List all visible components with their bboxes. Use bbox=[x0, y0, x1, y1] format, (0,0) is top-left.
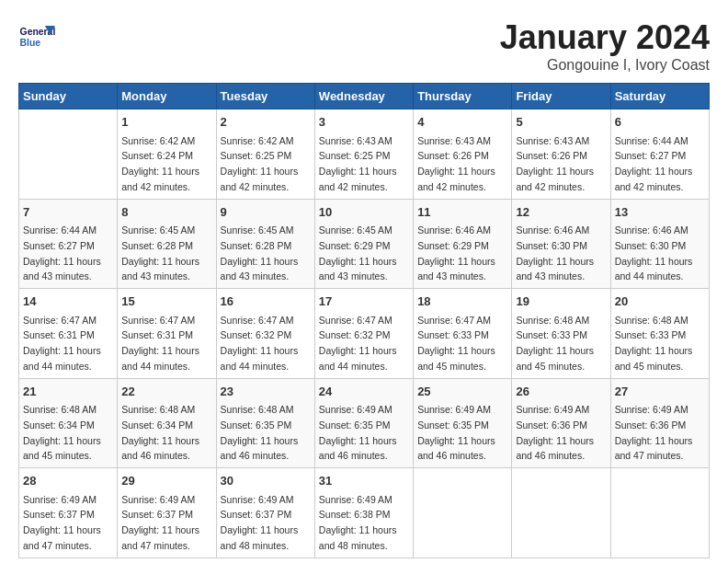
day-info: Sunrise: 6:49 AM Sunset: 6:36 PM Dayligh… bbox=[615, 404, 693, 461]
calendar-cell: 2Sunrise: 6:42 AM Sunset: 6:25 PM Daylig… bbox=[216, 109, 314, 200]
day-number: 4 bbox=[417, 113, 507, 132]
day-number: 23 bbox=[221, 383, 311, 401]
day-header-monday: Monday bbox=[118, 84, 216, 109]
calendar-subtitle: Gongouine I, Ivory Coast bbox=[500, 57, 710, 74]
title-block: January 2024 Gongouine I, Ivory Coast bbox=[500, 18, 710, 74]
day-header-sunday: Sunday bbox=[19, 84, 118, 109]
day-info: Sunrise: 6:47 AM Sunset: 6:31 PM Dayligh… bbox=[23, 315, 101, 372]
calendar-cell bbox=[512, 468, 610, 558]
day-info: Sunrise: 6:49 AM Sunset: 6:37 PM Dayligh… bbox=[23, 494, 101, 551]
day-info: Sunrise: 6:47 AM Sunset: 6:31 PM Dayligh… bbox=[121, 315, 199, 372]
day-number: 24 bbox=[319, 383, 409, 401]
day-number: 7 bbox=[23, 203, 113, 222]
day-number: 16 bbox=[221, 293, 311, 311]
day-info: Sunrise: 6:49 AM Sunset: 6:38 PM Dayligh… bbox=[319, 494, 397, 551]
calendar-cell: 20Sunrise: 6:48 AM Sunset: 6:33 PM Dayli… bbox=[610, 289, 709, 379]
calendar-cell: 4Sunrise: 6:43 AM Sunset: 6:26 PM Daylig… bbox=[414, 109, 512, 200]
day-number: 10 bbox=[319, 203, 409, 222]
day-number: 1 bbox=[121, 113, 211, 132]
calendar-cell: 27Sunrise: 6:49 AM Sunset: 6:36 PM Dayli… bbox=[610, 378, 709, 468]
day-number: 5 bbox=[516, 113, 606, 132]
calendar-week-2: 7Sunrise: 6:44 AM Sunset: 6:27 PM Daylig… bbox=[19, 199, 710, 289]
day-number: 11 bbox=[417, 203, 507, 222]
calendar-cell: 18Sunrise: 6:47 AM Sunset: 6:33 PM Dayli… bbox=[414, 289, 512, 379]
calendar-cell: 19Sunrise: 6:48 AM Sunset: 6:33 PM Dayli… bbox=[512, 289, 610, 379]
day-number: 28 bbox=[23, 472, 113, 490]
day-header-thursday: Thursday bbox=[414, 84, 512, 109]
calendar-cell: 9Sunrise: 6:45 AM Sunset: 6:28 PM Daylig… bbox=[216, 199, 314, 289]
day-number: 31 bbox=[319, 472, 409, 490]
day-number: 9 bbox=[221, 203, 311, 222]
calendar-cell: 10Sunrise: 6:45 AM Sunset: 6:29 PM Dayli… bbox=[314, 199, 413, 289]
calendar-week-3: 14Sunrise: 6:47 AM Sunset: 6:31 PM Dayli… bbox=[19, 289, 710, 379]
calendar-cell: 16Sunrise: 6:47 AM Sunset: 6:32 PM Dayli… bbox=[216, 289, 314, 379]
day-info: Sunrise: 6:47 AM Sunset: 6:32 PM Dayligh… bbox=[319, 315, 397, 372]
day-number: 19 bbox=[516, 293, 606, 311]
calendar-cell: 14Sunrise: 6:47 AM Sunset: 6:31 PM Dayli… bbox=[19, 289, 118, 379]
calendar-cell: 5Sunrise: 6:43 AM Sunset: 6:26 PM Daylig… bbox=[512, 109, 610, 200]
day-info: Sunrise: 6:49 AM Sunset: 6:35 PM Dayligh… bbox=[319, 404, 397, 461]
calendar-cell bbox=[19, 109, 118, 200]
day-number: 20 bbox=[615, 293, 705, 311]
day-info: Sunrise: 6:42 AM Sunset: 6:24 PM Dayligh… bbox=[121, 135, 199, 192]
day-info: Sunrise: 6:43 AM Sunset: 6:26 PM Dayligh… bbox=[516, 135, 594, 192]
day-info: Sunrise: 6:49 AM Sunset: 6:37 PM Dayligh… bbox=[221, 494, 299, 551]
day-number: 15 bbox=[121, 293, 211, 311]
calendar-cell: 25Sunrise: 6:49 AM Sunset: 6:35 PM Dayli… bbox=[414, 378, 512, 468]
page-header: General Blue January 2024 Gongouine I, I… bbox=[18, 18, 710, 74]
day-number: 17 bbox=[319, 293, 409, 311]
day-info: Sunrise: 6:49 AM Sunset: 6:37 PM Dayligh… bbox=[121, 494, 199, 551]
calendar-cell: 7Sunrise: 6:44 AM Sunset: 6:27 PM Daylig… bbox=[19, 199, 118, 289]
day-number: 29 bbox=[121, 472, 211, 490]
day-header-friday: Friday bbox=[512, 84, 610, 109]
day-number: 21 bbox=[23, 383, 113, 401]
calendar-cell bbox=[610, 468, 709, 558]
calendar-cell: 29Sunrise: 6:49 AM Sunset: 6:37 PM Dayli… bbox=[118, 468, 216, 558]
day-number: 27 bbox=[615, 383, 705, 401]
calendar-cell: 11Sunrise: 6:46 AM Sunset: 6:29 PM Dayli… bbox=[414, 199, 512, 289]
calendar-cell: 6Sunrise: 6:44 AM Sunset: 6:27 PM Daylig… bbox=[610, 109, 709, 200]
day-info: Sunrise: 6:45 AM Sunset: 6:28 PM Dayligh… bbox=[221, 224, 299, 282]
logo-icon: General Blue bbox=[18, 18, 55, 55]
day-header-wednesday: Wednesday bbox=[314, 84, 413, 109]
day-number: 12 bbox=[516, 203, 606, 222]
calendar-cell: 23Sunrise: 6:48 AM Sunset: 6:35 PM Dayli… bbox=[216, 378, 314, 468]
calendar-cell: 13Sunrise: 6:46 AM Sunset: 6:30 PM Dayli… bbox=[610, 199, 709, 289]
day-info: Sunrise: 6:48 AM Sunset: 6:33 PM Dayligh… bbox=[615, 315, 693, 372]
calendar-cell: 28Sunrise: 6:49 AM Sunset: 6:37 PM Dayli… bbox=[19, 468, 118, 558]
day-info: Sunrise: 6:48 AM Sunset: 6:34 PM Dayligh… bbox=[23, 404, 101, 461]
day-number: 30 bbox=[221, 472, 311, 490]
day-info: Sunrise: 6:49 AM Sunset: 6:36 PM Dayligh… bbox=[516, 404, 594, 461]
calendar-cell: 24Sunrise: 6:49 AM Sunset: 6:35 PM Dayli… bbox=[314, 378, 413, 468]
day-info: Sunrise: 6:43 AM Sunset: 6:25 PM Dayligh… bbox=[319, 135, 397, 192]
calendar-cell: 31Sunrise: 6:49 AM Sunset: 6:38 PM Dayli… bbox=[314, 468, 413, 558]
calendar-cell: 30Sunrise: 6:49 AM Sunset: 6:37 PM Dayli… bbox=[216, 468, 314, 558]
day-info: Sunrise: 6:47 AM Sunset: 6:32 PM Dayligh… bbox=[221, 315, 299, 372]
calendar-cell: 15Sunrise: 6:47 AM Sunset: 6:31 PM Dayli… bbox=[118, 289, 216, 379]
calendar-cell: 3Sunrise: 6:43 AM Sunset: 6:25 PM Daylig… bbox=[314, 109, 413, 200]
day-info: Sunrise: 6:44 AM Sunset: 6:27 PM Dayligh… bbox=[615, 135, 693, 192]
day-info: Sunrise: 6:49 AM Sunset: 6:35 PM Dayligh… bbox=[417, 404, 495, 461]
calendar-table: SundayMondayTuesdayWednesdayThursdayFrid… bbox=[18, 83, 710, 558]
calendar-cell bbox=[414, 468, 512, 558]
day-info: Sunrise: 6:45 AM Sunset: 6:29 PM Dayligh… bbox=[319, 224, 397, 282]
calendar-week-5: 28Sunrise: 6:49 AM Sunset: 6:37 PM Dayli… bbox=[19, 468, 710, 558]
calendar-cell: 26Sunrise: 6:49 AM Sunset: 6:36 PM Dayli… bbox=[512, 378, 610, 468]
calendar-cell: 12Sunrise: 6:46 AM Sunset: 6:30 PM Dayli… bbox=[512, 199, 610, 289]
day-info: Sunrise: 6:44 AM Sunset: 6:27 PM Dayligh… bbox=[23, 224, 101, 282]
logo: General Blue bbox=[18, 18, 59, 55]
day-number: 22 bbox=[121, 383, 211, 401]
day-info: Sunrise: 6:46 AM Sunset: 6:29 PM Dayligh… bbox=[417, 224, 495, 282]
day-info: Sunrise: 6:43 AM Sunset: 6:26 PM Dayligh… bbox=[417, 135, 495, 192]
calendar-cell: 21Sunrise: 6:48 AM Sunset: 6:34 PM Dayli… bbox=[19, 378, 118, 468]
calendar-cell: 22Sunrise: 6:48 AM Sunset: 6:34 PM Dayli… bbox=[118, 378, 216, 468]
day-number: 18 bbox=[417, 293, 507, 311]
day-info: Sunrise: 6:46 AM Sunset: 6:30 PM Dayligh… bbox=[615, 224, 693, 282]
calendar-week-1: 1Sunrise: 6:42 AM Sunset: 6:24 PM Daylig… bbox=[19, 109, 710, 200]
day-header-tuesday: Tuesday bbox=[216, 84, 314, 109]
days-header-row: SundayMondayTuesdayWednesdayThursdayFrid… bbox=[19, 84, 710, 109]
day-number: 3 bbox=[319, 113, 409, 132]
day-number: 8 bbox=[121, 203, 211, 222]
svg-text:Blue: Blue bbox=[20, 38, 41, 48]
day-number: 14 bbox=[23, 293, 113, 311]
